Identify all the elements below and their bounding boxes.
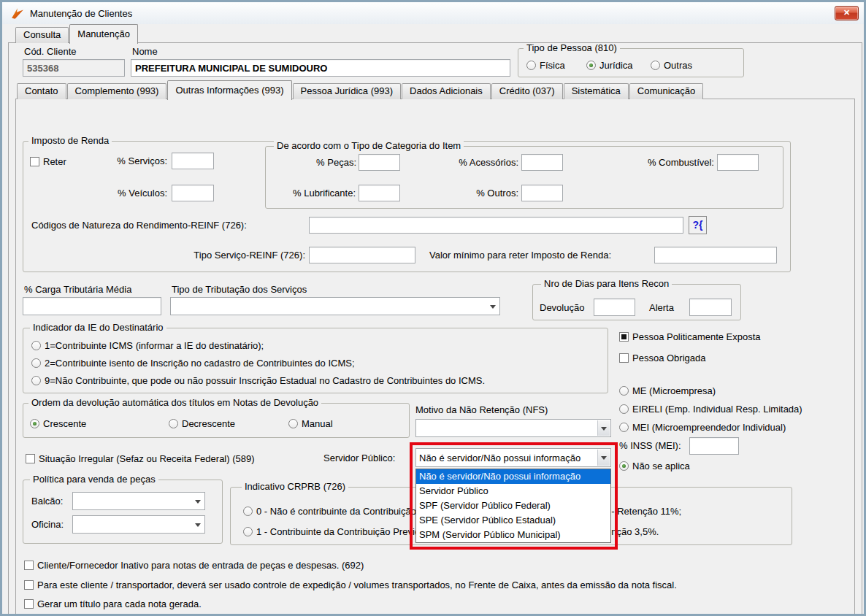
politica-pecas-legend: Política para venda de peças [30,474,158,485]
tab-contato[interactable]: Contato [17,83,66,99]
close-icon: ✕ [843,8,850,17]
radio-nao-se-aplica[interactable]: Não se aplica [619,460,690,471]
nro-dias-legend: Nro de Dias para Itens Recon [541,279,672,289]
radio-ie-nao-contribuinte[interactable]: 9=Não Contribuinte, que pode ou não poss… [31,374,485,386]
tributacao-servicos-select[interactable] [170,297,500,315]
radio-crescente[interactable]: Crescente [30,417,86,429]
tab-complemento[interactable]: Complemento (993) [67,83,167,99]
dropdown-item-spf[interactable]: SPF (Servidor Público Federal) [416,498,610,513]
radio-dot [288,419,298,428]
combustivel-label: % Combustível: [629,157,714,168]
radio-manual[interactable]: Manual [288,417,333,429]
lubrificante-field[interactable] [359,185,400,201]
radio-me-label: ME (Microempresa) [632,385,716,396]
radio-ie-contribuinte[interactable]: 1=Contribuinte ICMS (informar a IE do de… [31,339,264,351]
tipo-servico-reinf-field[interactable] [309,247,415,263]
carga-tributaria-label: % Carga Tributária Média [24,284,131,295]
window-manutencao-clientes: Manutenção de Clientes ✕ Consulta Manute… [0,0,866,616]
tab-comunicacao[interactable]: Comunicação [629,83,704,99]
radio-decrescente-label: Decrescente [182,418,235,429]
dropdown-item-nao-servidor[interactable]: Não é servidor/Não possui informação [416,469,610,484]
servicos-field[interactable] [172,153,214,169]
tributacao-servicos-label: Tipo de Tributação dos Serviços [172,284,307,295]
imposto-renda-legend: Imposto de Renda [28,136,112,146]
tab-outras-informacoes[interactable]: Outras Informações (993) [167,80,291,100]
chevron-down-icon [486,299,499,314]
radio-dot [31,376,41,385]
servidor-publico-label: Servidor Público: [323,453,395,463]
sub-tab-strip: Contato Complemento (993) Outras Informa… [17,80,704,99]
tab-pessoa-juridica[interactable]: Pessoa Jurídica (993) [293,83,401,99]
reinf-codigos-field[interactable] [309,217,683,234]
balcao-label: Balcão: [31,496,63,507]
radio-fisica[interactable]: Física [526,59,565,71]
nome-field[interactable] [131,59,510,77]
tab-dados-adicionais[interactable]: Dados Adicionais [402,83,491,99]
servidor-publico-value: Não é servidor/Não possui informação [419,453,596,463]
inss-mei-field[interactable] [689,437,739,455]
tab-credito[interactable]: Crédito (037) [491,83,563,99]
checkbox-controle-expedicao[interactable]: Para este cliente / transportador, dever… [24,579,677,590]
reinf-help-button[interactable]: ?{ [689,216,707,234]
servidor-publico-dropdown-list: Não é servidor/Não possui informação Ser… [415,469,611,543]
radio-eireli[interactable]: EIRELI (Emp. Individual Resp. Limitada) [619,403,802,415]
oficina-select[interactable] [72,515,205,534]
radio-dot [619,404,629,414]
radio-mei-label: MEI (Microempreendedor Individual) [632,422,786,433]
dropdown-item-servidor-publico[interactable]: Servidor Público [416,484,610,498]
checkbox-pessoa-politicamente-exposta[interactable]: Pessoa Politicamente Exposta [619,331,761,342]
radio-ie-nao-contribuinte-label: 9=Não Contribuinte, que pode ou não poss… [45,375,485,386]
radio-juridica[interactable]: Jurídica [586,59,633,71]
radio-dot [619,423,629,432]
checkbox-reter[interactable]: Reter [30,155,66,167]
devolucao-field[interactable] [594,299,635,316]
veiculos-field[interactable] [172,185,214,201]
motivo-nao-retencao-select[interactable] [415,419,611,437]
devolucao-label: Devolução [540,302,584,313]
acessorios-field[interactable] [521,154,563,171]
radio-me[interactable]: ME (Microempresa) [619,385,716,396]
radio-outras-label: Outras [664,60,692,71]
dropdown-item-spm[interactable]: SPM (Servidor Público Municipal) [416,528,610,542]
outros-field[interactable] [521,185,563,201]
radio-eireli-label: EIRELI (Emp. Individual Resp. Limitada) [632,404,802,415]
radio-dot [651,61,660,70]
tab-manutencao[interactable]: Manutenção [69,24,138,44]
inss-mei-label: % INSS (MEI): [619,440,681,451]
radio-dot [243,527,253,536]
veiculos-label: % Veículos: [75,188,167,199]
balcao-select[interactable] [72,492,205,510]
radio-decrescente[interactable]: Decrescente [169,417,235,429]
oficina-label: Oficina: [31,519,64,530]
cod-cliente-field[interactable] [23,59,125,77]
chevron-down-icon [191,517,204,532]
close-button[interactable]: ✕ [835,6,859,20]
radio-ie-isento[interactable]: 2=Contribuinte isento de Inscrição no ca… [31,357,355,369]
checkbox-situacao-irregular[interactable]: Situação Irregular (Sefaz ou Receita Fed… [26,453,255,464]
radio-dot [31,341,41,350]
checkbox-pessoa-obrigada[interactable]: Pessoa Obrigada [619,352,705,363]
radio-juridica-label: Jurídica [599,60,633,71]
combustivel-field[interactable] [717,154,759,171]
servicos-label: % Serviços: [75,155,167,166]
carga-tributaria-field[interactable] [23,297,161,315]
title-bar: Manutenção de Clientes ✕ [2,2,864,24]
radio-mei[interactable]: MEI (Microempreendedor Individual) [619,421,786,433]
tab-consulta[interactable]: Consulta [15,27,69,43]
radio-outras[interactable]: Outras [651,59,692,71]
pecas-field[interactable] [359,154,400,171]
valor-minimo-field[interactable] [654,247,777,263]
checkbox-box [24,580,34,590]
tipo-servico-reinf-label: Tipo Serviço-REINF (726): [158,250,305,261]
alerta-label: Alerta [649,302,674,313]
radio-dot [619,386,629,396]
servidor-publico-select[interactable]: Não é servidor/Não possui informação [415,448,611,467]
checkbox-box [24,561,34,570]
radio-dot [243,507,253,516]
checkbox-cliente-inativo[interactable]: Cliente/Fornecedor Inativo para notas de… [24,559,364,571]
alerta-field[interactable] [689,299,732,316]
checkbox-gerar-titulo[interactable]: Gerar um título para cada nota gerada. [24,598,202,609]
dropdown-item-spe[interactable]: SPE (Servidor Público Estadual) [416,513,610,528]
checkbox-box [619,332,629,342]
tab-sistematica[interactable]: Sistemática [564,83,629,99]
